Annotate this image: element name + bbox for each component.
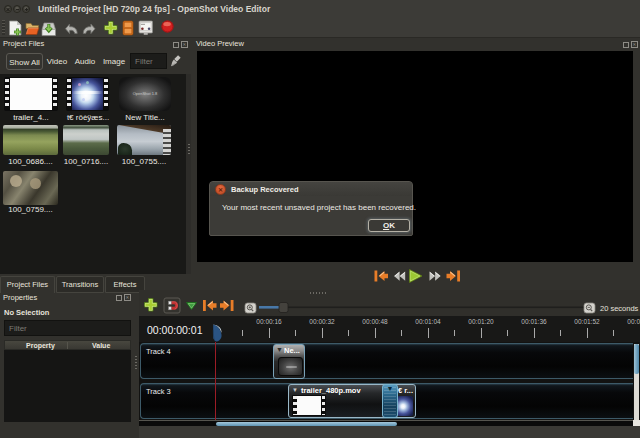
svg-text:20 seconds: 20 seconds	[600, 304, 639, 313]
